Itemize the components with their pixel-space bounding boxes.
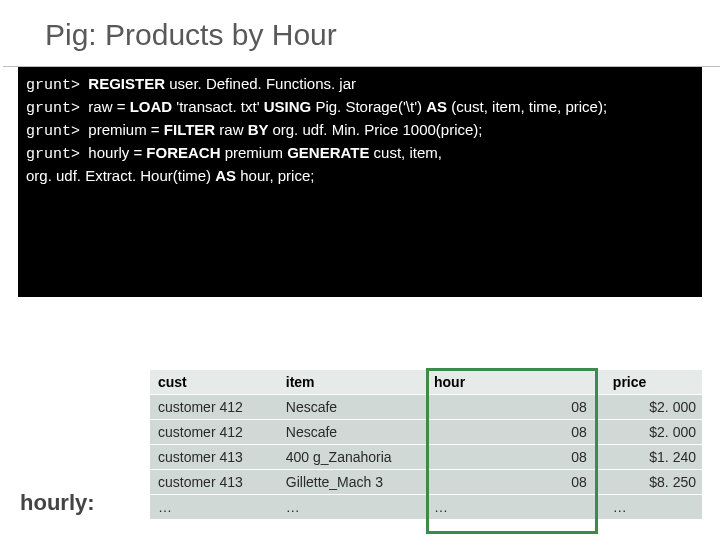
code-text: org. udf. Min. Price 1000(price); xyxy=(272,121,482,138)
cell-cust: customer 413 xyxy=(150,445,278,470)
kw-register: REGISTER xyxy=(88,75,169,92)
cell-hour: 08 xyxy=(426,470,605,495)
table-row: customer 412 Nescafe 08 $2. 000 xyxy=(150,420,702,445)
col-item: item xyxy=(278,370,426,395)
prompt: grunt> xyxy=(26,77,80,94)
table-row: customer 413 400 g_Zanahoria 08 $1. 240 xyxy=(150,445,702,470)
prompt: grunt> xyxy=(26,100,80,117)
cell-price: $2. 000 xyxy=(605,420,702,445)
cell-price: $8. 250 xyxy=(605,470,702,495)
kw-as: AS xyxy=(215,167,240,184)
cell-item: 400 g_Zanahoria xyxy=(278,445,426,470)
cell-item: … xyxy=(278,495,426,520)
cell-hour: 08 xyxy=(426,395,605,420)
cell-price: $2. 000 xyxy=(605,395,702,420)
kw-by: BY xyxy=(248,121,273,138)
code-text: premium xyxy=(225,144,288,161)
table-row: customer 413 Gillette_Mach 3 08 $8. 250 xyxy=(150,470,702,495)
cell-cust: customer 413 xyxy=(150,470,278,495)
cell-price: … xyxy=(605,495,702,520)
kw-filter: FILTER xyxy=(164,121,220,138)
cell-hour: … xyxy=(426,495,605,520)
kw-generate: GENERATE xyxy=(287,144,373,161)
code-line: org. udf. Extract. Hour(time) AS hour, p… xyxy=(26,165,694,186)
code-line: grunt> REGISTER user. Defined. Functions… xyxy=(26,73,694,96)
cell-cust: customer 412 xyxy=(150,395,278,420)
code-text: cust, item, xyxy=(374,144,442,161)
col-price: price xyxy=(605,370,702,395)
kw-as: AS xyxy=(426,98,451,115)
code-text: premium = xyxy=(88,121,163,138)
table-header-row: cust item hour price xyxy=(150,370,702,395)
terminal: grunt> REGISTER user. Defined. Functions… xyxy=(18,67,702,297)
cell-hour: 08 xyxy=(426,420,605,445)
cell-item: Nescafe xyxy=(278,395,426,420)
cell-price: $1. 240 xyxy=(605,445,702,470)
page-title: Pig: Products by Hour xyxy=(3,0,720,67)
code-line: grunt> raw = LOAD 'transact. txt' USING … xyxy=(26,96,694,119)
prompt: grunt> xyxy=(26,123,80,140)
cell-cust: customer 412 xyxy=(150,420,278,445)
code-text: (cust, item, time, price); xyxy=(451,98,607,115)
cell-item: Gillette_Mach 3 xyxy=(278,470,426,495)
code-line: grunt> premium = FILTER raw BY org. udf.… xyxy=(26,119,694,142)
result-table: cust item hour price customer 412 Nescaf… xyxy=(150,370,702,520)
col-cust: cust xyxy=(150,370,278,395)
code-text: hourly = xyxy=(88,144,146,161)
table-row: … … … … xyxy=(150,495,702,520)
code-text: user. Defined. Functions. jar xyxy=(169,75,356,92)
code-text: raw xyxy=(219,121,247,138)
kw-load: LOAD xyxy=(130,98,177,115)
code-text: Pig. Storage('\t') xyxy=(315,98,426,115)
table-label: hourly: xyxy=(20,490,95,516)
table-row: customer 412 Nescafe 08 $2. 000 xyxy=(150,395,702,420)
code-text: org. udf. Extract. Hour(time) xyxy=(26,167,215,184)
code-line: grunt> hourly = FOREACH premium GENERATE… xyxy=(26,142,694,165)
code-text: 'transact. txt' xyxy=(176,98,263,115)
cell-hour: 08 xyxy=(426,445,605,470)
kw-foreach: FOREACH xyxy=(146,144,224,161)
prompt: grunt> xyxy=(26,146,80,163)
cell-item: Nescafe xyxy=(278,420,426,445)
code-text: raw = xyxy=(88,98,129,115)
col-hour: hour xyxy=(426,370,605,395)
result-table-wrap: cust item hour price customer 412 Nescaf… xyxy=(150,370,702,520)
kw-using: USING xyxy=(264,98,316,115)
cell-cust: … xyxy=(150,495,278,520)
code-text: hour, price; xyxy=(240,167,314,184)
